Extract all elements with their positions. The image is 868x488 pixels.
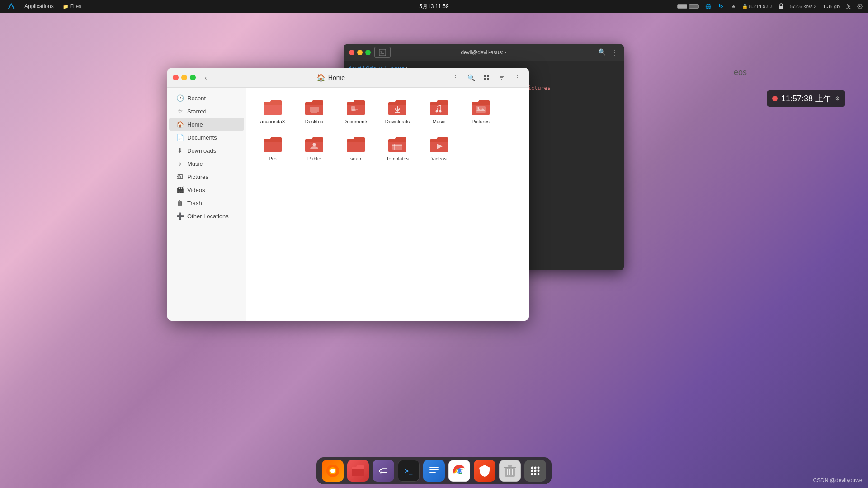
folder-templates-label: Templates bbox=[386, 155, 409, 162]
terminal-close-btn[interactable] bbox=[349, 50, 354, 55]
svg-point-41 bbox=[531, 473, 533, 475]
fm-toolbar-right: ⋮ 🔍 ⋮ bbox=[449, 71, 524, 84]
svg-rect-3 bbox=[484, 75, 486, 77]
home-icon: 🏠 bbox=[176, 121, 184, 128]
pictures-icon: 🖼 bbox=[176, 173, 184, 180]
folder-templates[interactable]: Templates bbox=[378, 132, 416, 165]
terminal-tab-icon bbox=[374, 47, 391, 58]
right-panel-label: eos bbox=[734, 68, 747, 77]
svg-rect-0 bbox=[779, 6, 783, 9]
sidebar-item-videos[interactable]: 🎬 Videos bbox=[169, 183, 244, 196]
svg-rect-9 bbox=[351, 106, 355, 111]
svg-rect-4 bbox=[487, 75, 489, 77]
folder-desktop-icon bbox=[303, 99, 325, 117]
folder-anaconda3-icon bbox=[262, 99, 283, 117]
taskbar-clock[interactable]: 5月13 11:59 bbox=[419, 3, 448, 10]
fm-more-btn[interactable]: ⋮ bbox=[511, 71, 524, 84]
folder-downloads-icon bbox=[387, 99, 408, 117]
files-menu[interactable]: 📁 Files bbox=[59, 2, 85, 10]
fm-menu-dots-btn[interactable]: ⋮ bbox=[449, 71, 462, 84]
folder-snap[interactable]: snap bbox=[337, 132, 375, 165]
sidebar-item-documents[interactable]: 📄 Documents bbox=[169, 131, 244, 144]
battery-display[interactable] bbox=[675, 4, 701, 9]
sidebar-item-pictures[interactable]: 🖼 Pictures bbox=[169, 170, 244, 183]
fm-search-btn[interactable]: 🔍 bbox=[465, 71, 477, 84]
dock: 🏷 >_ bbox=[316, 457, 552, 484]
terminal-menu-icon[interactable]: ⋮ bbox=[611, 48, 618, 57]
folder-pictures[interactable]: Pictures bbox=[462, 95, 500, 128]
svg-point-35 bbox=[531, 467, 533, 469]
language-indicator[interactable]: 英 bbox=[844, 3, 853, 10]
folder-downloads[interactable]: Downloads bbox=[378, 95, 416, 128]
svg-point-42 bbox=[534, 473, 537, 475]
folder-videos-label: Videos bbox=[431, 155, 446, 162]
sidebar-item-recent[interactable]: 🕐 Recent bbox=[169, 92, 244, 104]
svg-rect-22 bbox=[429, 467, 439, 468]
network-icon[interactable]: 🌐 bbox=[703, 4, 713, 9]
folder-music-label: Music bbox=[433, 118, 446, 125]
fm-back-btn[interactable]: ‹ bbox=[199, 71, 212, 84]
terminal-min-btn[interactable] bbox=[357, 50, 363, 55]
dock-files[interactable] bbox=[347, 460, 369, 482]
music-icon: ♪ bbox=[176, 160, 184, 167]
terminal-titlebar: devil@devil-asus:~ 🔍 ⋮ bbox=[344, 44, 624, 61]
dock-chrome[interactable] bbox=[448, 460, 470, 482]
arch-icon[interactable] bbox=[4, 1, 19, 11]
dock-apps-grid[interactable] bbox=[524, 460, 546, 482]
taskbar-left: Applications 📁 Files bbox=[0, 1, 85, 11]
fm-min-btn[interactable] bbox=[181, 75, 187, 80]
svg-rect-8 bbox=[311, 112, 317, 113]
dock-terminal[interactable]: >_ bbox=[398, 460, 420, 482]
folder-documents[interactable]: Documents bbox=[337, 95, 375, 128]
svg-rect-31 bbox=[508, 465, 512, 467]
svg-point-1 bbox=[859, 6, 861, 7]
folder-documents-label: Documents bbox=[343, 118, 368, 125]
sidebar-item-trash[interactable]: 🗑 Trash bbox=[169, 197, 244, 209]
svg-point-39 bbox=[534, 470, 537, 472]
svg-rect-30 bbox=[504, 467, 516, 468]
dock-trash[interactable] bbox=[499, 460, 521, 482]
sidebar-item-music[interactable]: ♪ Music bbox=[169, 157, 244, 170]
folder-documents-icon bbox=[345, 99, 367, 117]
terminal-title: devil@devil-asus:~ bbox=[461, 49, 506, 56]
folder-music[interactable]: Music bbox=[420, 95, 458, 128]
sidebar-item-downloads[interactable]: ⬇ Downloads bbox=[169, 144, 244, 157]
folder-anaconda3[interactable]: anaconda3 bbox=[254, 95, 292, 128]
fm-view-toggle-btn[interactable] bbox=[480, 71, 493, 84]
folder-snap-icon bbox=[345, 136, 367, 154]
fm-close-btn[interactable] bbox=[173, 75, 179, 80]
folder-music-icon bbox=[428, 99, 450, 117]
terminal-max-btn[interactable] bbox=[365, 50, 371, 55]
sidebar-item-other-locations[interactable]: ➕ Other Locations bbox=[169, 210, 244, 222]
svg-point-15 bbox=[313, 143, 316, 146]
dock-brave[interactable] bbox=[474, 460, 495, 482]
terminal-search-icon[interactable]: 🔍 bbox=[598, 48, 606, 57]
svg-point-37 bbox=[538, 467, 540, 469]
folder-videos[interactable]: Videos bbox=[420, 132, 458, 165]
system-settings-icon[interactable] bbox=[855, 4, 864, 9]
fm-title: 🏠 Home bbox=[216, 73, 446, 82]
applications-menu[interactable]: Applications bbox=[21, 2, 57, 10]
folder-pro[interactable]: Pro bbox=[254, 132, 292, 165]
recent-icon: 🕐 bbox=[176, 94, 184, 102]
folder-public[interactable]: Public bbox=[295, 132, 333, 165]
dock-planify[interactable] bbox=[423, 460, 445, 482]
fm-max-btn[interactable] bbox=[190, 75, 196, 80]
clock-overlay: 11:57:38 上午 ⚙ bbox=[767, 90, 845, 107]
ip-display: 🔒 8.214.93.3 bbox=[740, 4, 774, 9]
folder-videos-icon bbox=[428, 136, 450, 154]
sidebar-item-home[interactable]: 🏠 Home bbox=[169, 118, 244, 131]
clock-settings-icon[interactable]: ⚙ bbox=[835, 95, 840, 102]
sidebar-item-starred[interactable]: ☆ Starred bbox=[169, 105, 244, 117]
bing-icon[interactable] bbox=[716, 3, 726, 9]
folder-desktop[interactable]: Desktop bbox=[295, 95, 333, 128]
folder-pro-icon bbox=[262, 136, 283, 154]
dock-klokki[interactable]: 🏷 bbox=[373, 460, 394, 482]
folder-pro-label: Pro bbox=[269, 155, 276, 162]
folder-public-label: Public bbox=[307, 155, 321, 162]
fm-traffic-lights bbox=[173, 75, 196, 80]
fm-sort-btn[interactable] bbox=[495, 71, 508, 84]
monitor-icon[interactable]: 🖥 bbox=[729, 4, 737, 9]
svg-rect-23 bbox=[429, 469, 439, 470]
dock-firefox[interactable] bbox=[322, 460, 344, 482]
